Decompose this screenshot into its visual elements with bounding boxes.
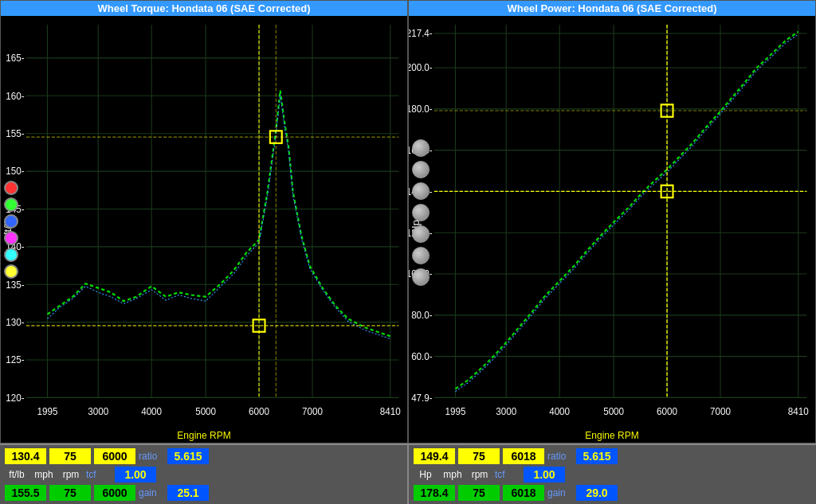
svg-text:155-: 155- <box>6 128 24 139</box>
svg-text:120-: 120- <box>6 393 24 404</box>
svg-text:4000: 4000 <box>549 406 570 417</box>
svg-text:130-: 130- <box>6 317 24 328</box>
left-data-panel: 130.4 75 6000 ratio 5.615 ft/lb mph rpm … <box>0 445 409 504</box>
main-container: Wheel Torque: Hondata 06 (SAE Corrected) <box>0 0 816 504</box>
left-val2-r1[interactable]: 75 <box>49 448 91 464</box>
right-unit2: mph <box>441 469 465 480</box>
left-chart-panel: Wheel Torque: Hondata 06 (SAE Corrected) <box>0 0 408 443</box>
right-row3: 178.4 75 6018 gain 29.0 <box>414 485 811 501</box>
legend-magenta <box>4 231 18 245</box>
right-val1-r3: 178.4 <box>414 485 455 501</box>
left-gain-val: 25.1 <box>167 485 209 501</box>
right-row1: 149.4 75 6018 ratio 5.615 <box>414 448 811 464</box>
right-val2-r3: 75 <box>458 485 500 501</box>
svg-text:8410: 8410 <box>380 406 401 417</box>
left-chart-title: Wheel Torque: Hondata 06 (SAE Corrected) <box>1 1 407 16</box>
left-unit3: rpm <box>59 469 83 480</box>
right-unit3: rpm <box>468 469 492 480</box>
svg-text:5000: 5000 <box>603 406 624 417</box>
svg-text:6000: 6000 <box>249 406 269 417</box>
left-legend <box>4 181 18 279</box>
svg-rect-0 <box>1 16 407 428</box>
charts-row: Wheel Torque: Hondata 06 (SAE Corrected) <box>0 0 816 443</box>
legend-red <box>4 181 18 195</box>
svg-text:1995: 1995 <box>37 406 57 417</box>
right-data-panel: 149.4 75 6018 ratio 5.615 Hp mph rpm tcf… <box>409 445 816 504</box>
svg-text:165-: 165- <box>6 53 24 64</box>
bottom-bar: 130.4 75 6000 ratio 5.615 ft/lb mph rpm … <box>0 443 816 504</box>
right-legend <box>412 139 430 286</box>
svg-text:135-: 135- <box>6 279 24 290</box>
svg-text:6000: 6000 <box>657 406 677 417</box>
legend-gray-5 <box>412 225 430 243</box>
legend-blue <box>4 214 18 229</box>
right-val3-r3: 6018 <box>503 485 544 501</box>
right-x-label: Engine RPM <box>409 428 815 443</box>
right-chart-panel: Wheel Power: Hondata 06 (SAE Corrected) <box>408 0 816 443</box>
left-row3: 155.5 75 6000 gain 25.1 <box>5 485 402 501</box>
legend-green <box>4 197 18 212</box>
svg-text:7000: 7000 <box>302 406 323 417</box>
svg-text:4000: 4000 <box>141 406 162 417</box>
right-chart-area: 47.9- 60.0- 80.0- 100.0- 120.0- 140.0- 1… <box>409 16 815 428</box>
left-val3-r3: 6000 <box>94 485 135 501</box>
left-tcf-label: tcf <box>86 469 112 480</box>
right-chart-title: Wheel Power: Hondata 06 (SAE Corrected) <box>409 1 815 16</box>
right-val2-r1[interactable]: 75 <box>458 448 500 464</box>
legend-yellow <box>4 264 18 279</box>
right-tcf-label: tcf <box>495 469 520 480</box>
left-val1-r1[interactable]: 130.4 <box>5 448 46 464</box>
right-unit1: Hp <box>414 469 437 480</box>
bottom-panels: 130.4 75 6000 ratio 5.615 ft/lb mph rpm … <box>0 445 816 504</box>
svg-text:217.4-: 217.4- <box>409 28 433 39</box>
left-tcf-val: 1.00 <box>115 467 156 483</box>
right-chart-svg: 47.9- 60.0- 80.0- 100.0- 120.0- 140.0- 1… <box>409 16 815 428</box>
legend-gray-7 <box>412 268 430 286</box>
legend-cyan <box>4 248 18 262</box>
svg-text:7000: 7000 <box>710 406 731 417</box>
svg-text:8410: 8410 <box>788 406 809 417</box>
left-ratio-label: ratio <box>139 451 164 462</box>
left-unit2: mph <box>32 469 56 480</box>
left-val2-r3: 75 <box>49 485 91 501</box>
svg-text:1995: 1995 <box>445 406 465 417</box>
svg-text:150-: 150- <box>6 166 24 177</box>
left-unit1: ft/lb <box>5 469 29 480</box>
svg-text:125-: 125- <box>6 354 24 365</box>
svg-rect-42 <box>409 16 815 428</box>
legend-gray-6 <box>412 247 430 264</box>
svg-text:200.0-: 200.0- <box>409 62 433 73</box>
svg-text:60.0-: 60.0- <box>411 351 433 362</box>
left-chart-area: 120- 125- 130- 135- 140- 145- 150- 155- … <box>1 16 407 428</box>
left-row2: ft/lb mph rpm tcf 1.00 <box>5 467 402 483</box>
svg-text:3000: 3000 <box>88 406 108 417</box>
svg-text:180.0-: 180.0- <box>409 104 433 115</box>
right-gain-val: 29.0 <box>576 485 618 501</box>
legend-gray-1 <box>412 139 430 157</box>
right-ratio-label: ratio <box>547 451 573 462</box>
legend-gray-4 <box>412 204 430 221</box>
right-tcf-val: 1.00 <box>524 467 565 483</box>
left-x-label: Engine RPM <box>1 428 407 443</box>
svg-text:3000: 3000 <box>496 406 516 417</box>
left-row1: 130.4 75 6000 ratio 5.615 <box>5 448 402 464</box>
legend-gray-3 <box>412 182 430 200</box>
right-val3-r1[interactable]: 6018 <box>503 448 544 464</box>
left-gain-label: gain <box>139 487 164 498</box>
legend-gray-2 <box>412 161 430 178</box>
svg-text:80.0-: 80.0- <box>411 310 433 321</box>
svg-text:5000: 5000 <box>195 406 216 417</box>
right-row2: Hp mph rpm tcf 1.00 <box>414 467 811 483</box>
left-chart-svg: 120- 125- 130- 135- 140- 145- 150- 155- … <box>1 16 407 428</box>
left-ratio-val: 5.615 <box>167 448 209 464</box>
right-val1-r1[interactable]: 149.4 <box>414 448 455 464</box>
svg-text:47.9-: 47.9- <box>411 393 433 404</box>
right-gain-label: gain <box>547 487 573 498</box>
svg-text:160-: 160- <box>6 91 24 102</box>
right-ratio-val: 5.615 <box>576 448 618 464</box>
left-val1-r3: 155.5 <box>5 485 46 501</box>
left-val3-r1[interactable]: 6000 <box>94 448 135 464</box>
